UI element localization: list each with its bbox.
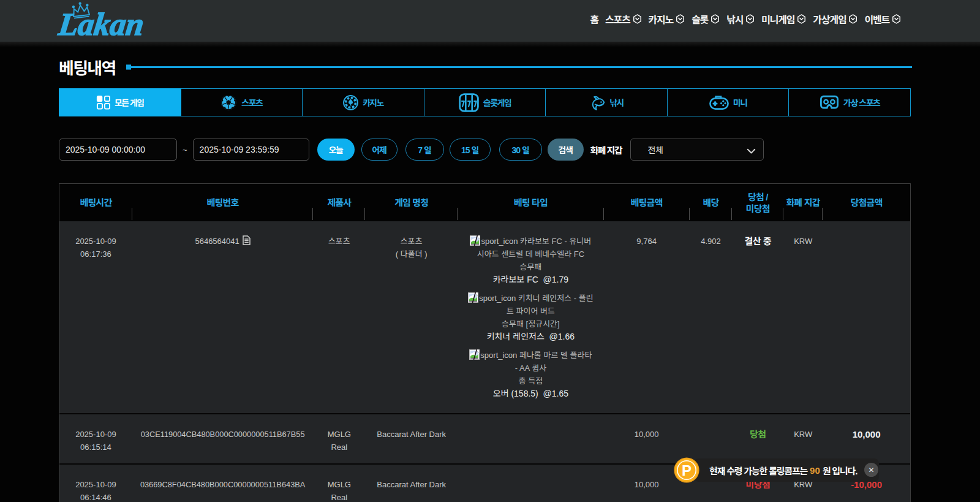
svg-text:P: P xyxy=(682,462,692,479)
